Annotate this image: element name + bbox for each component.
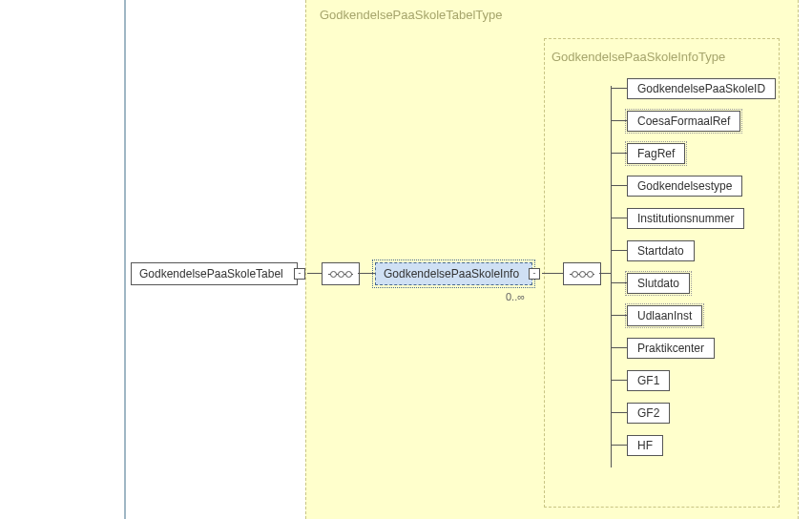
collapse-icon[interactable]: - (529, 268, 540, 280)
occurrence-label: 0..∞ (506, 291, 525, 302)
node-label: GodkendelsePaaSkoleInfo (384, 267, 519, 280)
node-label: HF (637, 439, 653, 452)
node-label: Slutdato (637, 277, 679, 290)
node-label: GF1 (637, 374, 659, 387)
node-label: UdlaanInst (637, 309, 692, 322)
node-label: GodkendelsePaaSkoleID (637, 82, 765, 95)
node-label: Startdato (637, 244, 684, 258)
node-hf[interactable]: HF (627, 435, 663, 456)
collapse-icon[interactable]: - (294, 268, 305, 280)
node-godkendelsestype[interactable]: Godkendelsestype (627, 176, 742, 197)
node-gf2[interactable]: GF2 (627, 403, 670, 424)
node-label: Godkendelsestype (637, 179, 732, 193)
node-gf1[interactable]: GF1 (627, 370, 670, 391)
sequence-compositor-1[interactable] (322, 262, 360, 285)
node-slutdato[interactable]: Slutdato (627, 273, 690, 294)
node-udlaaninst[interactable]: UdlaanInst (627, 305, 702, 326)
inner-type-label: GodkendelsePaaSkoleInfoType (552, 50, 725, 64)
node-coesaformaalref[interactable]: CoesaFormaalRef (627, 111, 740, 132)
node-godkendelse-paa-skole-info[interactable]: GodkendelsePaaSkoleInfo - (375, 262, 532, 285)
node-label: GodkendelsePaaSkoleTabel (139, 267, 283, 280)
node-label: GF2 (637, 406, 659, 420)
node-label: FagRef (637, 147, 675, 160)
node-godkendelse-paa-skole-tabel[interactable]: GodkendelsePaaSkoleTabel - (131, 262, 298, 285)
node-praktikcenter[interactable]: Praktikcenter (627, 338, 715, 359)
node-label: CoesaFormaalRef (637, 114, 730, 128)
node-fagref[interactable]: FagRef (627, 143, 685, 164)
sequence-compositor-2[interactable] (563, 262, 601, 285)
node-label: Praktikcenter (637, 342, 704, 355)
node-startdato[interactable]: Startdato (627, 240, 695, 261)
node-godkendelsepaaskoleid[interactable]: GodkendelsePaaSkoleID (627, 78, 776, 99)
node-institutionsnummer[interactable]: Institutionsnummer (627, 208, 744, 229)
node-label: Institutionsnummer (637, 212, 734, 225)
outer-type-label: GodkendelsePaaSkoleTabelType (320, 8, 503, 22)
